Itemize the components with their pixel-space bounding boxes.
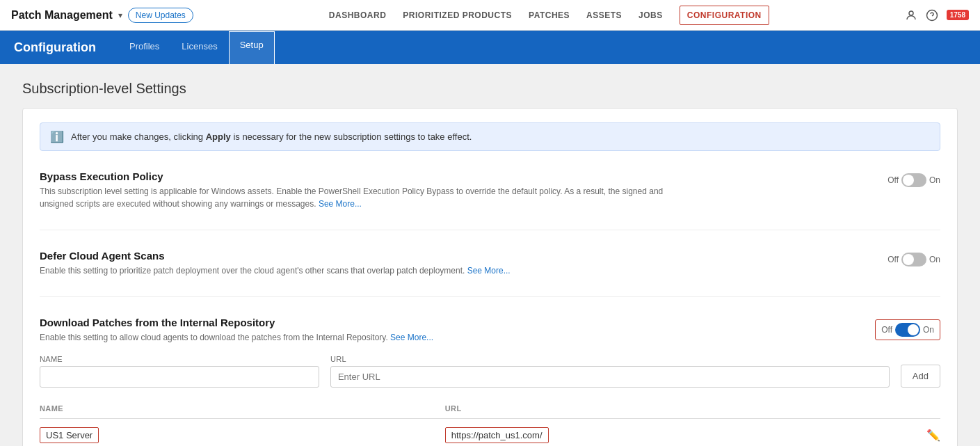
repository-table: NAME URL US1 Server https://patch_us1.co… — [40, 399, 940, 446]
setting-download-patches: Download Patches from the Internal Repos… — [40, 317, 940, 446]
download-toggle-on-label: On — [923, 325, 934, 335]
add-button[interactable]: Add — [901, 365, 940, 388]
table-cell-actions: ✏️ — [877, 419, 940, 447]
setting-download-desc: Enable this setting to allow cloud agent… — [40, 331, 433, 344]
bypass-toggle-group: Off On — [887, 173, 940, 187]
tab-profiles[interactable]: Profiles — [118, 31, 170, 63]
setting-defer-desc: Enable this setting to prioritize patch … — [40, 264, 511, 277]
divider-1 — [40, 230, 940, 230]
info-banner-text: After you make changes, clicking Apply i… — [71, 132, 472, 142]
url-field-group: URL — [330, 355, 890, 388]
info-icon: ℹ️ — [50, 130, 64, 143]
config-tabs: Profiles Licenses Setup — [118, 31, 275, 63]
new-updates-button[interactable]: New Updates — [128, 8, 193, 23]
url-input[interactable] — [330, 366, 890, 388]
bypass-toggle-on-label: On — [929, 175, 940, 185]
defer-toggle[interactable] — [901, 253, 926, 266]
divider-2 — [40, 296, 940, 297]
config-header-bar: Configuration Profiles Licenses Setup — [0, 31, 980, 64]
user-icon — [905, 9, 917, 22]
app-dropdown-icon[interactable]: ▾ — [118, 10, 122, 20]
setting-bypass-title: Bypass Execution Policy — [40, 170, 666, 182]
name-field-group: Name — [40, 355, 319, 388]
setting-bypass-desc: This subscription level setting is appli… — [40, 185, 666, 210]
download-toggle-off-label: Off — [881, 325, 892, 335]
repo-name-value: US1 Server — [40, 427, 99, 443]
app-title: Patch Management — [11, 9, 113, 22]
nav-center: DASHBOARD PRIORITIZED PRODUCTS PATCHES A… — [193, 2, 905, 29]
name-field-label: Name — [40, 355, 319, 363]
nav-left: Patch Management ▾ New Updates — [11, 8, 193, 23]
setting-defer-cloud: Defer Cloud Agent Scans Enable this sett… — [40, 250, 940, 277]
top-navigation: Patch Management ▾ New Updates DASHBOARD… — [0, 0, 980, 31]
help-icon — [926, 9, 938, 22]
url-field-label: URL — [330, 355, 890, 363]
table-header-row: NAME URL — [40, 399, 940, 419]
setting-bypass-text: Bypass Execution Policy This subscriptio… — [40, 170, 666, 210]
help-icon-button[interactable] — [926, 9, 938, 22]
setting-defer-title: Defer Cloud Agent Scans — [40, 250, 511, 262]
setting-bypass-header: Bypass Execution Policy This subscriptio… — [40, 170, 940, 210]
defer-see-more-link[interactable]: See More... — [467, 266, 511, 276]
svg-point-0 — [909, 11, 913, 15]
defer-toggle-on-label: On — [929, 255, 940, 264]
edit-icon[interactable]: ✏️ — [926, 429, 940, 441]
table-header: NAME URL — [40, 399, 940, 419]
table-cell-url: https://patch_us1.com/ — [445, 419, 878, 447]
defer-toggle-off-label: Off — [887, 255, 899, 264]
nav-assets[interactable]: ASSETS — [586, 2, 622, 29]
defer-toggle-slider — [901, 253, 926, 266]
tab-setup[interactable]: Setup — [229, 31, 275, 64]
table-body: US1 Server https://patch_us1.com/ ✏️ — [40, 419, 940, 447]
setting-download-header: Download Patches from the Internal Repos… — [40, 317, 940, 344]
setting-bypass-execution: Bypass Execution Policy This subscriptio… — [40, 170, 940, 210]
download-toggle[interactable] — [895, 323, 920, 337]
tab-licenses[interactable]: Licenses — [170, 31, 228, 63]
name-input[interactable] — [40, 366, 319, 388]
setting-defer-text: Defer Cloud Agent Scans Enable this sett… — [40, 250, 511, 277]
nav-configuration[interactable]: CONFIGURATION — [680, 6, 769, 25]
col-name-header: NAME — [40, 399, 445, 419]
nav-dashboard[interactable]: DASHBOARD — [329, 2, 387, 29]
bypass-toggle-off-label: Off — [887, 175, 899, 185]
config-header-title: Configuration — [14, 40, 96, 55]
nav-right: 1758 — [905, 9, 969, 22]
setting-defer-header: Defer Cloud Agent Scans Enable this sett… — [40, 250, 940, 277]
nav-patches[interactable]: PATCHES — [529, 2, 570, 29]
download-toggle-slider — [895, 323, 920, 337]
bypass-toggle[interactable] — [901, 173, 926, 187]
download-toggle-group: Off On — [875, 319, 940, 340]
nav-prioritized-products[interactable]: PRIORITIZED PRODUCTS — [403, 2, 512, 29]
repo-url-value: https://patch_us1.com/ — [445, 427, 549, 443]
repo-form-row: Name URL Add — [40, 355, 940, 388]
nav-jobs[interactable]: JOBS — [638, 2, 663, 29]
bypass-toggle-slider — [901, 173, 926, 187]
table-cell-name: US1 Server — [40, 419, 445, 447]
main-content: Subscription-level Settings ℹ️ After you… — [0, 64, 980, 446]
info-banner: ℹ️ After you make changes, clicking Appl… — [40, 122, 940, 151]
notification-badge[interactable]: 1758 — [947, 10, 969, 20]
table-row: US1 Server https://patch_us1.com/ ✏️ — [40, 419, 940, 447]
col-url-header: URL — [445, 399, 878, 419]
setting-download-text: Download Patches from the Internal Repos… — [40, 317, 433, 344]
download-see-more-link[interactable]: See More... — [390, 333, 433, 342]
col-actions-header — [877, 399, 940, 419]
settings-card: ℹ️ After you make changes, clicking Appl… — [22, 108, 958, 446]
user-icon-button[interactable] — [905, 9, 917, 22]
setting-download-title: Download Patches from the Internal Repos… — [40, 317, 433, 328]
page-title: Subscription-level Settings — [22, 81, 958, 97]
bypass-see-more-link[interactable]: See More... — [319, 199, 362, 209]
defer-toggle-group: Off On — [887, 253, 940, 266]
